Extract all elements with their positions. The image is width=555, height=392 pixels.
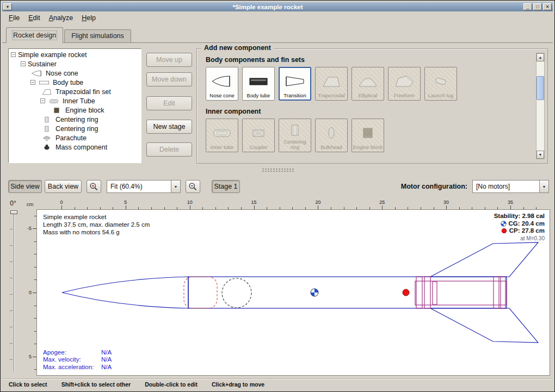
chevron-down-icon[interactable]: ▼	[171, 180, 181, 193]
menu-help[interactable]: Help	[77, 13, 100, 23]
inner-tube-shape[interactable]	[415, 281, 507, 305]
ruler-tick-label: -5	[27, 226, 32, 231]
group-title: Inner component	[206, 108, 547, 115]
tree-item-trapezoidal-fin-set[interactable]: Trapezoidal fin set	[9, 87, 141, 96]
component-body-tube-button[interactable]: Body tube	[242, 67, 275, 101]
rocket-outline[interactable]	[62, 242, 538, 343]
rotation-slider-thumb[interactable]	[10, 210, 17, 214]
tree-item-inner-tube[interactable]: −Inner Tube	[9, 96, 141, 105]
component-trapezoidal-button[interactable]: Trapezoidal	[315, 67, 348, 101]
maximize-button[interactable]: □	[533, 3, 542, 10]
side-view-button[interactable]: Side view	[8, 180, 42, 193]
component-transition-button[interactable]: Transition	[279, 67, 311, 101]
cp-marker	[403, 289, 409, 296]
fin-tab-shape[interactable]	[494, 277, 499, 308]
component-label: Transition	[283, 93, 306, 98]
scroll-up-icon[interactable]: ▲	[536, 53, 544, 61]
motor-mount-assembly[interactable]	[415, 277, 507, 308]
component-launch-lug-button[interactable]: Launch lug	[424, 67, 457, 101]
delete-button[interactable]: Delete	[146, 142, 192, 157]
rocket-dimensions: Length 37.5 cm, max. diameter 2.5 cm	[43, 221, 150, 228]
component-coupler-button[interactable]: Coupler	[242, 119, 275, 152]
flight-stat-value: N/A	[101, 349, 112, 357]
component-label: Centering ring	[280, 139, 310, 150]
close-button[interactable]: ✕	[543, 3, 552, 10]
tab-label: Rocket design	[13, 32, 56, 39]
splitter-handle[interactable]	[262, 168, 294, 172]
tree-item-label: Simple example rocket	[18, 51, 87, 59]
menu-analyze[interactable]: Analyze	[45, 13, 77, 23]
menu-edit[interactable]: Edit	[24, 13, 45, 23]
ruler-tick	[33, 357, 36, 357]
component-row: Inner tubeCouplerCentering ringBulkheadE…	[206, 119, 547, 152]
tree-expander[interactable]: −	[21, 61, 26, 66]
inner-tube-icon	[47, 97, 60, 105]
component-centering-ring-button[interactable]: Centering ring	[279, 119, 311, 152]
tree-expander[interactable]: −	[11, 52, 16, 57]
chevron-down-icon[interactable]: ▼	[539, 180, 549, 193]
component-nose-cone-button[interactable]: Nose cone	[206, 67, 238, 101]
status-hint: Click+drag to move	[212, 381, 264, 388]
component-freeform-button[interactable]: Freeform	[388, 67, 421, 101]
edit-button[interactable]: Edit	[146, 96, 192, 110]
menu-file[interactable]: File	[4, 13, 24, 23]
nose-cone-icon	[30, 70, 44, 77]
tree-item-sustainer[interactable]: −Sustainer	[9, 59, 141, 69]
window-menu-icon[interactable]: ▾	[3, 3, 12, 10]
scroll-down-icon[interactable]: ▼	[536, 151, 544, 159]
mass-component-shape[interactable]	[222, 278, 251, 308]
nose-cone-icon	[209, 69, 235, 93]
centering-ring-shape[interactable]	[424, 277, 430, 308]
zoom-in-button[interactable]	[87, 180, 101, 193]
zoom-level-select[interactable]: Fit (60.4%) ▼	[107, 180, 181, 193]
engine-block-icon	[355, 121, 380, 145]
body-tube-shape[interactable]	[188, 277, 507, 308]
move-down-button[interactable]: Move down	[146, 72, 192, 86]
component-engine-block-button[interactable]: Engine block	[351, 119, 384, 152]
tree-item-mass-component[interactable]: Mass component	[9, 142, 141, 152]
scrollbar-thumb[interactable]	[536, 76, 544, 100]
tab-bar: Rocket designFlight simulations	[6, 26, 132, 42]
body-tube-icon	[246, 69, 271, 93]
tree-item-simple-example-rocket[interactable]: −Simple example rocket	[9, 50, 141, 59]
rotation-slider[interactable]	[9, 210, 18, 374]
zoom-out-button[interactable]	[186, 180, 200, 193]
tree-item-body-tube[interactable]: −Body tube	[9, 78, 141, 87]
centering-ring-shape[interactable]	[416, 277, 422, 308]
minimize-button[interactable]: _	[523, 3, 532, 10]
tree-item-parachute[interactable]: Parachute	[9, 133, 141, 142]
fin-tab-shape[interactable]	[501, 277, 505, 308]
tree-item-centering-ring[interactable]: Centering ring	[9, 124, 141, 133]
tree-item-engine-block[interactable]: Engine block	[9, 105, 141, 115]
component-tree[interactable]: −Simple example rocket−SustainerNose con…	[8, 48, 141, 163]
component-scrollbar[interactable]: ▲ ▼	[536, 53, 545, 159]
back-view-button[interactable]: Back view	[45, 180, 82, 193]
flight-stat-value: N/A	[101, 364, 112, 371]
tree-item-label: Body tube	[53, 79, 83, 86]
upper-fin-shape[interactable]	[430, 242, 538, 277]
lower-fin-shape[interactable]	[430, 308, 538, 343]
tree-expander[interactable]: −	[30, 80, 35, 85]
flight-stat-label: Max. acceleration:	[43, 364, 101, 371]
tab-flight-simulations[interactable]: Flight simulations	[64, 29, 131, 42]
titlebar[interactable]: ▾ *Simple example rocket _ □ ✕	[2, 2, 553, 11]
tab-rocket-design[interactable]: Rocket design	[6, 27, 63, 43]
tree-item-centering-ring[interactable]: Centering ring	[9, 115, 141, 124]
flight-stat-row: Max. acceleration:N/A	[43, 364, 112, 371]
component-bulkhead-button[interactable]: Bulkhead	[315, 119, 348, 152]
engine-block-shape[interactable]	[433, 282, 437, 304]
rotation-slider-track	[14, 213, 15, 371]
tree-expander[interactable]: −	[40, 98, 45, 103]
motor-configuration-select[interactable]: [No motors] ▼	[472, 180, 549, 193]
stage-1-toggle[interactable]: Stage 1	[212, 180, 240, 193]
component-elliptical-button[interactable]: Elliptical	[351, 67, 384, 101]
nose-cone-shape[interactable]	[62, 277, 188, 308]
tree-item-nose-cone[interactable]: Nose cone	[9, 69, 141, 78]
parachute-shape[interactable]	[184, 277, 217, 308]
rocket-canvas[interactable]: Simple example rocket Length 37.5 cm, ma…	[36, 209, 550, 376]
move-up-button[interactable]: Move up	[146, 53, 192, 67]
ruler-tick	[382, 206, 383, 209]
engine-block-icon	[50, 107, 63, 114]
new-stage-button[interactable]: New stage	[146, 120, 192, 134]
component-inner-tube-button[interactable]: Inner tube	[206, 119, 238, 152]
